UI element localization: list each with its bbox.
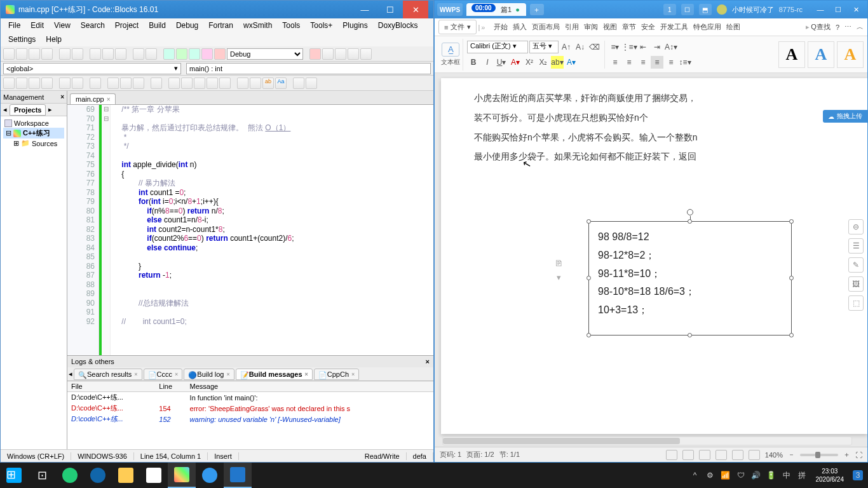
ribbon-tab-8[interactable]: 开发工具 bbox=[659, 21, 689, 33]
italic-icon[interactable]: I bbox=[481, 56, 494, 69]
font-color-icon[interactable]: A▾ bbox=[509, 56, 522, 69]
build-icon[interactable] bbox=[163, 48, 175, 60]
side-tool-media[interactable]: 🖼 bbox=[848, 276, 864, 292]
menu-view[interactable]: View bbox=[49, 20, 76, 31]
log-tab-cppch[interactable]: 📄CppCh× bbox=[314, 369, 360, 380]
codeblocks-titlebar[interactable]: main.cpp [C++练习] - Code::Blocks 16.01 — … bbox=[1, 1, 433, 18]
tool-icon-1[interactable] bbox=[3, 78, 15, 89]
resize-handle-s[interactable] bbox=[688, 333, 692, 337]
cut-icon[interactable] bbox=[90, 48, 101, 60]
qa-badge[interactable]: 1 bbox=[663, 4, 676, 15]
menu-plugins[interactable]: Plugins bbox=[337, 20, 372, 31]
ribbon-tab-3[interactable]: 引用 bbox=[564, 21, 580, 33]
save-all-icon[interactable] bbox=[41, 48, 53, 60]
indent-icon[interactable]: ⇥ bbox=[651, 41, 663, 53]
align-left-icon[interactable]: ≡ bbox=[609, 56, 621, 69]
nav-back-icon[interactable] bbox=[107, 78, 119, 89]
layout-option-icon[interactable]: 🖹 bbox=[553, 257, 564, 269]
close-logs-icon[interactable]: × bbox=[426, 358, 430, 365]
misc-icon-4[interactable] bbox=[207, 78, 218, 89]
misc-icon-5[interactable] bbox=[219, 78, 231, 89]
line-spacing-icon[interactable]: ↕≡▾ bbox=[679, 56, 691, 69]
misc-icon-6[interactable] bbox=[237, 78, 248, 89]
close-tab-icon[interactable]: × bbox=[107, 96, 111, 103]
side-tool-layout[interactable]: ☰ bbox=[848, 238, 864, 254]
tray-ime-ch[interactable]: 中 bbox=[782, 470, 792, 480]
resize-handle-nw[interactable] bbox=[587, 219, 591, 224]
underline-icon[interactable]: U▾ bbox=[495, 56, 508, 69]
build-messages-table[interactable]: FileLineMessage D:\code\C++练...In functi… bbox=[67, 381, 433, 449]
menu-tools+[interactable]: Tools+ bbox=[305, 20, 337, 31]
open-file-icon[interactable] bbox=[16, 48, 27, 60]
search-button[interactable]: Q查找 bbox=[811, 22, 831, 32]
view-full-icon[interactable] bbox=[749, 450, 760, 460]
side-tool-stack[interactable]: ⬚ bbox=[848, 295, 864, 311]
resize-handle-sw[interactable] bbox=[587, 333, 591, 337]
log-col-message[interactable]: Message bbox=[186, 381, 433, 392]
windows-taskbar[interactable]: ⊞ ⊡ ^ ⚙ 📶 🛡 🔊 🔋 中 拼 23:032020/6/24 3 bbox=[0, 463, 868, 488]
qa-icon-2[interactable]: ⬒ bbox=[699, 4, 712, 15]
task-view-button[interactable]: ⊡ bbox=[28, 463, 56, 488]
debug-step-icon[interactable] bbox=[322, 48, 334, 60]
wps-document-tab[interactable]: 00:00 篇1 ● bbox=[466, 3, 526, 16]
text-direction-icon[interactable]: A↕▾ bbox=[665, 41, 677, 53]
log-col-file[interactable]: File bbox=[67, 381, 155, 392]
wps-titlebar[interactable]: W WPS 00:00 篇1 ● ＋ 1 ☐ ⬒ 小时候可冷了 8775-rc … bbox=[435, 1, 867, 18]
debug-stop-icon[interactable] bbox=[360, 48, 372, 60]
menu-doxyblocks[interactable]: DoxyBlocks bbox=[373, 20, 423, 31]
menu-project[interactable]: Project bbox=[110, 20, 144, 31]
maximize-button[interactable]: ☐ bbox=[377, 1, 403, 18]
misc-icon-7[interactable] bbox=[250, 78, 261, 89]
match-case-icon[interactable]: Aa bbox=[275, 78, 287, 89]
view-page-icon[interactable] bbox=[682, 450, 694, 460]
misc-icon-1[interactable] bbox=[168, 78, 180, 89]
select-tool-icon[interactable] bbox=[293, 78, 304, 89]
textbox-group[interactable]: A̲ 文本框 bbox=[438, 39, 463, 71]
zoom-level[interactable]: 140% bbox=[765, 451, 783, 459]
resize-handle-se[interactable] bbox=[789, 333, 794, 337]
build-run-icon[interactable] bbox=[189, 48, 200, 60]
project-tree[interactable]: Workspace ⊟C++练习 ⊞📁Sources bbox=[1, 116, 67, 449]
tool-icon-4[interactable] bbox=[41, 78, 53, 89]
view-web-icon[interactable] bbox=[699, 450, 710, 460]
paste-icon[interactable] bbox=[115, 48, 126, 60]
close-panel-icon[interactable]: × bbox=[60, 93, 64, 100]
minimize-button[interactable]: — bbox=[352, 1, 377, 18]
menu-search[interactable]: Search bbox=[76, 20, 110, 31]
workspace-node[interactable]: Workspace bbox=[14, 119, 49, 127]
debug-start-icon[interactable] bbox=[309, 48, 321, 60]
font-size-select[interactable]: 五号 ▾ bbox=[529, 41, 559, 53]
outdent-icon[interactable]: ⇤ bbox=[637, 41, 649, 53]
fit-icon[interactable]: ⛶ bbox=[855, 451, 862, 459]
collapse-ribbon-icon[interactable]: ︿ bbox=[857, 22, 864, 32]
side-tool-minus[interactable]: ⊖ bbox=[848, 219, 864, 234]
zoom-in[interactable]: ＋ bbox=[843, 450, 850, 459]
tool-icon-2[interactable] bbox=[16, 78, 27, 89]
ribbon-tab-10[interactable]: 绘图 bbox=[725, 21, 742, 33]
save-icon[interactable] bbox=[29, 48, 40, 60]
paragraph[interactable]: 小虎去附近的商店买苹果，奸诈的商贩使用了捆绑交易， bbox=[456, 88, 852, 108]
highlight-icon[interactable]: ab▾ bbox=[551, 56, 564, 69]
menu-build[interactable]: Build bbox=[144, 20, 171, 31]
nav-fwd-icon[interactable] bbox=[120, 78, 132, 89]
file-menu[interactable]: ≡ 文件 ▾ bbox=[438, 20, 477, 34]
text-style-2[interactable]: A bbox=[808, 41, 834, 68]
superscript-icon[interactable]: X² bbox=[523, 56, 536, 69]
ribbon-tab-7[interactable]: 安全 bbox=[640, 21, 656, 33]
resize-handle-w[interactable] bbox=[587, 276, 591, 280]
menu-file[interactable]: File bbox=[3, 20, 25, 31]
subscript-icon[interactable]: X₂ bbox=[537, 56, 550, 69]
explorer-taskbar-icon[interactable] bbox=[112, 463, 140, 488]
nav-last-icon[interactable] bbox=[133, 78, 144, 89]
build-target-select[interactable]: Debug bbox=[227, 48, 303, 60]
info-icon[interactable] bbox=[306, 78, 317, 89]
log-row[interactable]: D:\code\C++练...152warning: unused variab… bbox=[67, 414, 433, 424]
side-tool-pen[interactable]: ✎ bbox=[848, 257, 864, 273]
misc-icon-3[interactable] bbox=[194, 78, 205, 89]
editor-tab-main[interactable]: main.cpp× bbox=[70, 93, 116, 104]
tool-icon-5[interactable] bbox=[59, 78, 71, 89]
help-icon[interactable]: ? bbox=[836, 24, 839, 31]
log-tab-build-log[interactable]: 🔵Build log× bbox=[184, 369, 234, 380]
tray-shield-icon[interactable]: 🛡 bbox=[736, 470, 746, 480]
undo-icon[interactable] bbox=[59, 48, 71, 60]
